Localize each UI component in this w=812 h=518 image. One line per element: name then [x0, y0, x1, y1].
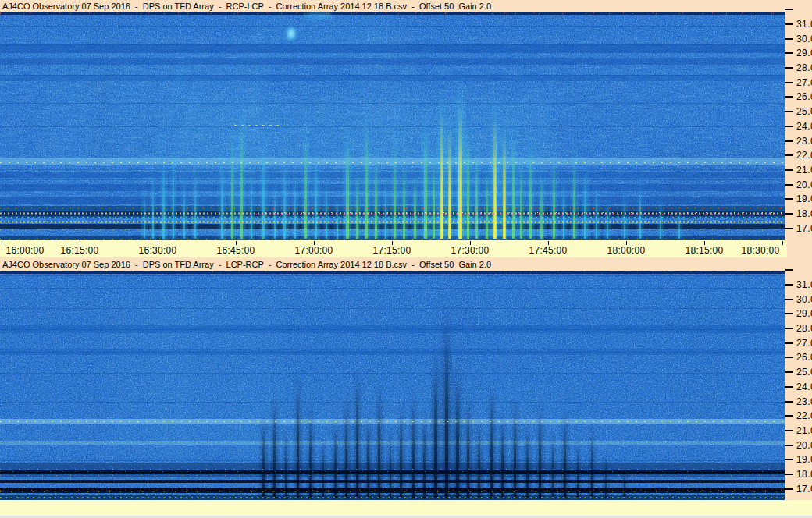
freq-tick-label: 30.0 — [796, 294, 812, 305]
freq-tick — [785, 154, 793, 156]
freq-tick-label: 26.0 — [796, 352, 812, 363]
freq-tick-label: 20.0 — [796, 440, 812, 451]
time-axis-band-bottom-cropped — [0, 500, 812, 515]
time-tick-label: 18:00:00 — [601, 245, 651, 256]
time-tick-label: 18:30:00 — [735, 245, 785, 256]
freq-tick — [785, 9, 793, 10]
freq-tick — [785, 23, 793, 25]
freq-tick — [785, 269, 793, 271]
time-tick-label: 18:15:00 — [679, 245, 729, 256]
freq-tick — [785, 284, 793, 286]
window-edge-strip — [0, 515, 812, 518]
freq-tick — [785, 126, 793, 127]
freq-tick-label: 31.0 — [796, 279, 812, 290]
freq-tick — [785, 82, 793, 83]
time-tick-label: 17:15:00 — [367, 245, 417, 256]
freq-tick-label: 17.0 — [796, 484, 812, 495]
spectrogram-svg-rcp-lcp — [0, 12, 785, 240]
spectrogram-svg-lcp-rcp — [0, 271, 785, 500]
freq-tick-label: 27.0 — [796, 77, 812, 88]
freq-tick-label: 24.0 — [796, 381, 812, 392]
freq-tick-label: 23.0 — [796, 396, 812, 407]
freq-tick-label: 26.0 — [796, 91, 812, 102]
freq-tick-label: 29.0 — [796, 308, 812, 319]
freq-tick-label: 30.0 — [796, 34, 812, 44]
freq-tick-label: 23.0 — [796, 136, 812, 147]
freq-tick — [785, 52, 793, 54]
freq-tick — [785, 488, 793, 490]
freq-tick — [785, 474, 793, 475]
freq-tick — [785, 198, 793, 200]
freq-tick — [785, 213, 793, 215]
time-tick-label: 17:45:00 — [523, 245, 573, 256]
freq-tick-label: 18.0 — [796, 208, 812, 219]
freq-tick-label: 31.0 — [796, 19, 812, 30]
freq-tick-label: 19.0 — [796, 454, 812, 465]
freq-tick-label: 22.0 — [796, 150, 812, 161]
freq-tick-label: 17.0 — [796, 223, 812, 234]
freq-tick — [785, 371, 793, 373]
freq-tick-label: 20.0 — [796, 179, 812, 190]
panel-title-rcp-lcp: AJ4CO Observatory 07 Sep 2016 - DPS on T… — [2, 1, 491, 12]
freq-tick-label: 19.0 — [796, 193, 812, 204]
freq-tick-label: 25.0 — [796, 106, 812, 117]
freq-tick-label: 18.0 — [796, 469, 812, 480]
freq-tick-label: 21.0 — [796, 165, 812, 176]
freq-tick-label: 25.0 — [796, 367, 812, 378]
freq-tick — [785, 459, 793, 460]
freq-tick — [785, 169, 793, 171]
freq-tick-label: 22.0 — [796, 410, 812, 421]
freq-tick — [785, 445, 793, 446]
freq-tick — [785, 342, 793, 344]
freq-tick — [785, 140, 793, 142]
time-tick-label: 17:30:00 — [445, 245, 495, 256]
dps-spectrograph-window: AJ4CO Observatory 07 Sep 2016 - DPS on T… — [0, 0, 812, 518]
spectrogram-rcp-lcp — [0, 12, 785, 240]
freq-tick — [785, 401, 793, 403]
freq-tick — [785, 38, 793, 40]
freq-tick-label: 24.0 — [796, 121, 812, 132]
panel-title-lcp-rcp: AJ4CO Observatory 07 Sep 2016 - DPS on T… — [2, 259, 491, 270]
freq-tick — [785, 184, 793, 186]
freq-tick — [785, 299, 793, 300]
freq-tick-label: 29.0 — [796, 48, 812, 59]
freq-tick — [785, 313, 793, 314]
freq-tick — [785, 357, 793, 358]
time-tick-label: 16:00:00 — [0, 245, 50, 256]
freq-tick — [785, 111, 793, 112]
freq-tick — [785, 228, 793, 229]
freq-tick-label: 28.0 — [796, 62, 812, 73]
freq-tick — [785, 386, 793, 388]
freq-tick-label: 28.0 — [796, 323, 812, 334]
freq-tick-label: 27.0 — [796, 338, 812, 349]
freq-tick-label: 21.0 — [796, 425, 812, 436]
time-tick-label: 16:15:00 — [55, 245, 105, 256]
freq-tick — [785, 67, 793, 69]
time-tick-label: 16:30:00 — [133, 245, 183, 256]
freq-tick — [785, 96, 793, 98]
time-tick-label: 16:45:00 — [211, 245, 261, 256]
freq-tick — [785, 430, 793, 431]
time-tick-label: 17:00:00 — [289, 245, 339, 256]
freq-tick — [785, 328, 793, 329]
spectrogram-lcp-rcp — [0, 271, 785, 500]
freq-tick — [785, 415, 793, 417]
